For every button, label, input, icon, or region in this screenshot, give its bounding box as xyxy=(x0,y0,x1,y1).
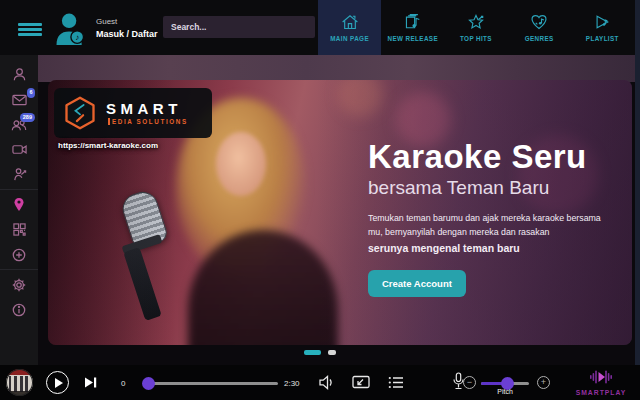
playlist-icon xyxy=(592,13,612,31)
sidebar-item-friends[interactable]: 289 xyxy=(0,112,38,137)
pitch-minus-button[interactable]: − xyxy=(463,376,476,389)
user-info: Guest Masuk / Daftar xyxy=(96,17,158,40)
pitch-label: Pitch xyxy=(481,388,529,395)
player-bar: 0 2:30 − Pitch + xyxy=(0,365,640,400)
queue-list-icon[interactable] xyxy=(388,376,404,389)
tab-label: PLAYLIST xyxy=(586,35,619,42)
tab-main-page[interactable]: MAIN PAGE xyxy=(318,0,381,55)
left-sidebar: 6 289 xyxy=(0,55,38,365)
sidebar-item-settings[interactable] xyxy=(0,272,38,297)
logo-title: SMART xyxy=(106,101,188,116)
duration-time: 2:30 xyxy=(284,379,300,388)
tab-top-hits[interactable]: TOP HITS xyxy=(444,0,507,55)
user-avatar-icon[interactable]: ♪ xyxy=(52,9,88,47)
sidebar-item-messages[interactable]: 6 xyxy=(0,87,38,112)
user-icon xyxy=(12,67,27,82)
user-name-label: Guest xyxy=(96,17,158,28)
sidebar-item-video[interactable] xyxy=(0,137,38,162)
tab-genres[interactable]: GENRES xyxy=(508,0,571,55)
add-circle-icon xyxy=(12,248,26,262)
logo-wordmark: SMART EDIA SOLUTIONS xyxy=(106,101,188,125)
qr-code-icon xyxy=(13,223,26,236)
pitch-plus-button[interactable]: + xyxy=(537,376,550,389)
tab-playlist[interactable]: PLAYLIST xyxy=(571,0,634,55)
play-button[interactable] xyxy=(46,371,69,394)
tab-label: MAIN PAGE xyxy=(330,35,369,42)
smartplay-logo: SMARTPLAY xyxy=(572,368,630,396)
sidebar-item-duet[interactable] xyxy=(0,162,38,187)
skip-next-button[interactable] xyxy=(84,376,98,389)
carousel-dot-active[interactable] xyxy=(304,350,321,355)
new-release-icon xyxy=(403,13,423,31)
location-pin-icon xyxy=(13,197,25,212)
hero-description-line: Temukan teman barumu dan ajak mereka kar… xyxy=(368,212,623,226)
sidebar-divider xyxy=(0,269,38,270)
create-account-button[interactable]: Create Account xyxy=(368,270,466,297)
main-content: SMART EDIA SOLUTIONS https://smart-karao… xyxy=(38,55,635,365)
scrollbar-track[interactable] xyxy=(635,0,640,365)
svg-text:♪: ♪ xyxy=(75,33,79,42)
tab-new-release[interactable]: NEW RELEASE xyxy=(381,0,444,55)
star-icon xyxy=(466,13,486,31)
sidebar-divider xyxy=(0,189,38,190)
hero-title: Karaoke Seru xyxy=(368,140,623,173)
sidebar-item-info[interactable] xyxy=(0,297,38,322)
messages-badge: 6 xyxy=(27,88,35,98)
top-bar: ♪ Guest Masuk / Daftar MAIN PAGE NEW REL… xyxy=(0,0,640,55)
sidebar-item-location[interactable] xyxy=(0,192,38,217)
singer-icon xyxy=(12,167,27,182)
background-crowd-image xyxy=(38,55,635,82)
carousel-dot[interactable] xyxy=(328,350,336,355)
website-url: https://smart-karaoke.com xyxy=(58,141,158,150)
carousel-indicators xyxy=(0,350,640,355)
smart-media-logo: SMART EDIA SOLUTIONS xyxy=(54,88,212,138)
hero-description: Temukan teman barumu dan ajak mereka kar… xyxy=(368,212,623,257)
login-register-link[interactable]: Masuk / Daftar xyxy=(96,28,158,40)
hero-copy: Karaoke Seru bersama Teman Baru Temukan … xyxy=(368,140,623,297)
settings-gear-icon xyxy=(12,278,26,292)
mail-icon xyxy=(12,94,27,106)
tab-label: GENRES xyxy=(525,35,554,42)
hero-description-highlight: serunya mengenal teman baru xyxy=(368,240,623,256)
hero-banner: SMART EDIA SOLUTIONS https://smart-karao… xyxy=(48,80,632,345)
smart-hexagon-icon xyxy=(62,94,98,132)
friends-badge: 289 xyxy=(20,113,35,122)
tab-label: NEW RELEASE xyxy=(387,35,438,42)
heart-music-icon xyxy=(529,13,549,31)
elapsed-time: 0 xyxy=(121,379,125,388)
volume-icon[interactable] xyxy=(318,375,335,390)
smartplay-label: SMARTPLAY xyxy=(572,389,630,396)
tab-label: TOP HITS xyxy=(460,35,492,42)
video-camera-icon xyxy=(12,144,27,155)
smartplay-icon xyxy=(588,368,614,386)
hero-subtitle: bersama Teman Baru xyxy=(368,177,623,199)
album-art[interactable] xyxy=(6,369,33,396)
logo-subtitle: EDIA SOLUTIONS xyxy=(108,118,188,125)
sidebar-item-qr-scan[interactable] xyxy=(0,217,38,242)
karaoke-app-window: ♪ Guest Masuk / Daftar MAIN PAGE NEW REL… xyxy=(0,0,640,400)
sidebar-item-profile[interactable] xyxy=(0,62,38,87)
hero-description-line: mu, bernyanyilah dengan mereka dan rasak… xyxy=(368,226,623,240)
search-input[interactable] xyxy=(163,16,315,38)
seek-slider[interactable] xyxy=(144,382,278,385)
hamburger-menu-icon[interactable] xyxy=(18,23,42,35)
sidebar-item-add[interactable] xyxy=(0,242,38,267)
seek-slider-thumb[interactable] xyxy=(142,377,155,390)
info-icon xyxy=(12,303,26,317)
display-toggle-icon[interactable] xyxy=(352,375,370,389)
pitch-slider[interactable] xyxy=(481,382,529,385)
home-icon xyxy=(340,13,360,31)
main-nav-tabs: MAIN PAGE NEW RELEASE TOP HITS xyxy=(318,0,634,55)
